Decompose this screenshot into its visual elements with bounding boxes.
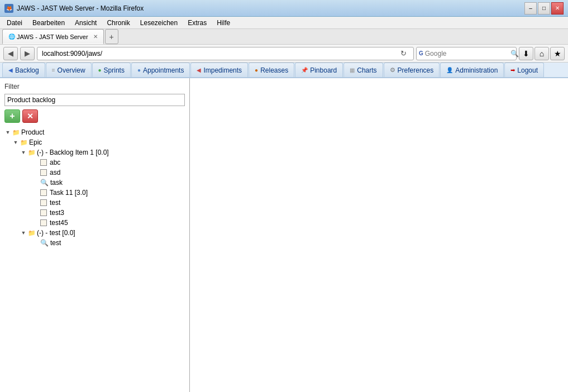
titlebar-left: 🦊 JAWS - JAST Web Server - Mozilla Firef… (4, 4, 144, 13)
backlog-tree: ▼ 📁 Product ▼ 📁 Epic ▼ 📁 (-) - Backlog I… (4, 127, 185, 388)
nav-tab-pinboard[interactable]: 📌 Pinboard (295, 63, 343, 77)
impediments-icon: ◀ (197, 67, 201, 73)
download-icon[interactable]: ⬇ (519, 47, 533, 60)
tree-node-test-child[interactable]: 🔍 test (4, 238, 185, 248)
menu-datei[interactable]: Datei (2, 18, 27, 28)
nav-tab-charts-label: Charts (357, 66, 376, 74)
filter-input[interactable] (4, 94, 185, 106)
toggle-product[interactable]: ▼ (4, 130, 11, 135)
task-icon-test (40, 199, 47, 206)
tree-node-product[interactable]: ▼ 📁 Product (4, 127, 185, 137)
nav-tab-impediments[interactable]: ◀ Impediments (190, 63, 248, 77)
menu-ansicht[interactable]: Ansicht (70, 18, 101, 28)
tree-label-task: task (50, 179, 63, 187)
toggle-epic[interactable]: ▼ (12, 140, 19, 145)
search-input[interactable] (425, 50, 509, 58)
titlebar: 🦊 JAWS - JAST Web Server - Mozilla Firef… (0, 0, 568, 17)
new-tab-button[interactable]: + (105, 29, 118, 44)
close-button[interactable]: ✕ (551, 2, 564, 15)
toggle-test-backlog[interactable]: ▼ (20, 230, 27, 236)
tree-node-backlog-item-1[interactable]: ▼ 📁 (-) - Backlog Item 1 [0.0] (4, 147, 185, 157)
tree-label-test45: test45 (50, 219, 68, 227)
tree-node-test3[interactable]: test3 (4, 208, 185, 218)
tree-node-test-backlog[interactable]: ▼ 📁 (-) - test [0.0] (4, 228, 185, 238)
firefox-icon: 🦊 (4, 4, 13, 13)
tree-node-epic[interactable]: ▼ 📁 Epic (4, 137, 185, 147)
nav-tab-sprints[interactable]: ● Sprints (92, 63, 131, 77)
search-task-icon-test-child: 🔍 (40, 239, 48, 247)
bookmark-icon[interactable]: ★ (550, 47, 565, 60)
search-box[interactable]: G 🔍 (416, 47, 517, 60)
tree-node-abc[interactable]: abc (4, 157, 185, 168)
folder-icon-epic: 📁 (20, 138, 28, 146)
tree-label-test-child: test (50, 239, 61, 247)
folder-icon-product: 📁 (12, 128, 20, 136)
nav-tab-appointments[interactable]: ● Appointments (131, 63, 190, 77)
tree-node-test[interactable]: test (4, 198, 185, 208)
menu-extras[interactable]: Extras (183, 18, 211, 28)
maximize-button[interactable]: □ (538, 2, 550, 15)
nav-tab-administration[interactable]: 👤 Administration (440, 63, 504, 77)
nav-tab-backlog-label: Backlog (15, 66, 39, 74)
nav-tab-overview-label: Overview (58, 66, 85, 74)
menu-lesezeichen[interactable]: Lesezeichen (136, 18, 182, 28)
nav-tab-preferences[interactable]: ⚙ Preferences (384, 63, 440, 77)
releases-icon: ● (255, 67, 258, 73)
appointments-icon: ● (137, 67, 141, 73)
backlog-icon: ◀ (8, 67, 13, 73)
task-icon-task11 (40, 189, 47, 196)
search-engine-icon: G (419, 50, 423, 56)
preferences-icon: ⚙ (390, 66, 395, 74)
nav-tab-sprints-label: Sprints (104, 66, 125, 74)
left-panel: Filter + ✕ ▼ 📁 Product ▼ 📁 Epic ▼ 📁 (0, 78, 190, 392)
refresh-button[interactable]: ↻ (398, 48, 409, 59)
add-button[interactable]: + (4, 109, 20, 123)
administration-icon: 👤 (446, 67, 453, 73)
home-icon[interactable]: ⌂ (534, 47, 549, 60)
address-field[interactable]: localhost:9090/jaws/ ↻ (37, 47, 414, 60)
filter-label: Filter (4, 83, 185, 90)
tree-node-asd[interactable]: asd (4, 168, 185, 178)
browser-tab-jaws[interactable]: 🌐 JAWS - JAST Web Server ✕ (2, 29, 104, 44)
menu-hilfe[interactable]: Hilfe (212, 18, 235, 28)
btn-row: + ✕ (4, 109, 185, 123)
nav-tab-preferences-label: Preferences (398, 66, 434, 74)
tree-node-task11[interactable]: Task 11 [3.0] (4, 188, 185, 198)
nav-tab-charts[interactable]: ▦ Charts (343, 63, 383, 77)
minimize-button[interactable]: – (524, 2, 537, 15)
remove-button[interactable]: ✕ (22, 109, 38, 123)
tab-label: JAWS - JAST Web Server (17, 34, 88, 40)
nav-tab-logout[interactable]: ➡ Logout (504, 63, 544, 77)
nav-tab-releases-label: Releases (260, 66, 288, 74)
tree-label-epic: Epic (29, 138, 42, 146)
search-submit-icon[interactable]: 🔍 (510, 50, 519, 58)
search-task-icon-task: 🔍 (40, 179, 48, 187)
task-icon-test3 (40, 209, 47, 216)
nav-tab-impediments-label: Impediments (203, 66, 242, 74)
pinboard-icon: 📌 (301, 67, 308, 73)
task-icon-asd (40, 169, 47, 176)
tree-label-test: test (50, 199, 60, 207)
nav-tab-pinboard-label: Pinboard (310, 66, 337, 74)
menu-bearbeiten[interactable]: Bearbeiten (28, 18, 69, 28)
nav-tab-releases[interactable]: ● Releases (249, 63, 294, 77)
nav-tab-backlog[interactable]: ◀ Backlog (2, 63, 45, 77)
nav-tab-overview[interactable]: ≡ Overview (46, 63, 92, 77)
task-icon-abc (40, 159, 47, 166)
menu-chronik[interactable]: Chronik (102, 18, 134, 28)
tab-close-icon[interactable]: ✕ (93, 34, 98, 40)
tree-label-test3: test3 (50, 209, 64, 217)
folder-icon-backlog-item-1: 📁 (28, 149, 36, 156)
tree-node-task[interactable]: 🔍 task (4, 178, 185, 188)
back-button[interactable]: ◀ (3, 47, 18, 60)
tree-node-test45[interactable]: test45 (4, 218, 185, 228)
tree-label-backlog-item-1: (-) - Backlog Item 1 [0.0] (37, 149, 109, 156)
address-url: localhost:9090/jaws/ (42, 50, 398, 58)
tree-label-asd: asd (50, 169, 60, 176)
forward-button[interactable]: ▶ (20, 47, 35, 60)
app-nav-tabs: ◀ Backlog ≡ Overview ● Sprints ● Appoint… (0, 63, 568, 78)
addressbar: ◀ ▶ localhost:9090/jaws/ ↻ G 🔍 ⬇ ⌂ ★ (0, 45, 568, 63)
window-title: JAWS - JAST Web Server - Mozilla Firefox (17, 4, 144, 12)
tab-favicon: 🌐 (8, 34, 15, 40)
toggle-backlog-item-1[interactable]: ▼ (20, 150, 27, 155)
